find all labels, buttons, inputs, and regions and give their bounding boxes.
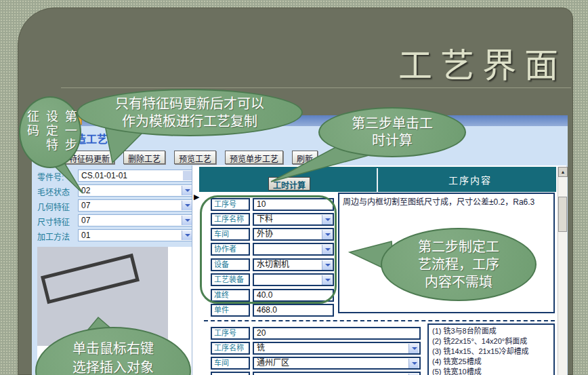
blank-state-select[interactable]: 02 bbox=[78, 184, 193, 197]
chevron-down-icon[interactable] bbox=[182, 216, 192, 225]
callout-text: 只有特征码更新后才可以 bbox=[115, 95, 264, 113]
partner-label-2 bbox=[211, 372, 250, 375]
content-line: (1) 铣3与8台阶面成 bbox=[432, 326, 550, 336]
machining-method-label: 加工方法 bbox=[37, 231, 70, 242]
callout-step1-text: 第一步设定特征码 bbox=[22, 110, 79, 155]
op-name-value-2: 铣 bbox=[257, 343, 265, 353]
part-no-value: CS.01-01-01 bbox=[81, 171, 127, 180]
chevron-down-icon[interactable] bbox=[408, 359, 419, 368]
blank-state-value: 02 bbox=[81, 186, 90, 195]
part-no-input[interactable]: CS.01-01-01 bbox=[78, 170, 193, 182]
machining-method-value: 01 bbox=[81, 231, 90, 240]
content-line: (5) 铣宽10槽成 bbox=[432, 367, 550, 375]
row-marker-icon: ▶ bbox=[194, 193, 199, 201]
header-divider bbox=[377, 168, 378, 193]
toolbar: 特征码更新 删除工艺 预览工艺 预览单步工艺 刷新 bbox=[64, 151, 318, 164]
op-no-label-2: 工序号 bbox=[211, 327, 250, 340]
input-scroll-block bbox=[183, 171, 192, 180]
callout-text: 艺流程，工序 bbox=[418, 256, 499, 273]
workshop-label-2: 车间 bbox=[211, 357, 250, 370]
callout-text: 选择插入对象 bbox=[72, 358, 154, 375]
preview-step-button[interactable]: 预览单步工艺 bbox=[225, 151, 283, 164]
size-feature-select[interactable]: 07 bbox=[78, 214, 193, 226]
size-feature-label: 尺寸特征 bbox=[37, 216, 70, 227]
slide: 工艺界面 艺系统 制造工艺流 特征码更新 删除工艺 预览工艺 预览单步工艺 刷新… bbox=[0, 0, 588, 375]
highlight-ring bbox=[200, 195, 337, 304]
callout-step1: 第一步设定特征码 bbox=[19, 96, 81, 168]
geometry-feature-value: 07 bbox=[81, 201, 90, 210]
callout-step2: 第二步制定工 艺流程，工序 内容不需填 bbox=[381, 228, 537, 301]
machining-method-select[interactable]: 01 bbox=[78, 229, 193, 241]
callout-text: 第二步制定工 bbox=[418, 238, 499, 256]
callout-text: 单击鼠标右键 bbox=[72, 339, 154, 358]
page-title: 工艺界面 bbox=[398, 38, 566, 87]
callout-text: 作为模板进行工艺复制 bbox=[122, 113, 257, 130]
chevron-down-icon[interactable] bbox=[408, 344, 419, 353]
chevron-down-icon[interactable] bbox=[182, 186, 192, 195]
geometry-feature-select[interactable]: 07 bbox=[78, 199, 193, 212]
scrollbar[interactable]: ▲ bbox=[558, 167, 567, 375]
geometry-feature-label: 几何特征 bbox=[37, 201, 70, 212]
delete-process-button[interactable]: 删除工艺 bbox=[123, 151, 165, 164]
workshop-value-2: 通州厂区 bbox=[257, 358, 289, 368]
callout-text: 第三步单击工 bbox=[352, 115, 433, 132]
part-outline-shape bbox=[41, 254, 140, 304]
content-line: (2) 铣22x15°、14x20°斜面成 bbox=[432, 336, 550, 347]
section-separator bbox=[204, 320, 555, 321]
refresh-button[interactable]: 刷新 bbox=[292, 151, 318, 164]
blank-state-label: 毛坯状态 bbox=[37, 186, 70, 197]
unit-time-label: 单件 bbox=[211, 304, 250, 317]
unit-time-value: 468.0 bbox=[257, 305, 277, 315]
title-divider bbox=[61, 87, 571, 88]
callout-step3: 第三步单击工 时计算 bbox=[318, 107, 466, 157]
work-hours-calc-button[interactable]: 工时计算 bbox=[268, 177, 310, 191]
callout-text: 内容不需填 bbox=[425, 273, 492, 291]
op-content-box-2[interactable]: (1) 铣3与8台阶面成 (2) 铣22x15°、14x20°斜面成 (3) 铣… bbox=[427, 323, 555, 375]
workshop-select-2[interactable]: 通州厂区 bbox=[253, 357, 421, 370]
process-panel-header: 工时计算 工序内容 bbox=[199, 167, 556, 192]
op-no-input-2[interactable]: 20 bbox=[253, 327, 421, 340]
scroll-up-icon[interactable]: ▲ bbox=[558, 167, 568, 177]
unit-time-input[interactable]: 468.0 bbox=[253, 304, 334, 317]
callout-text: 时计算 bbox=[372, 132, 413, 149]
op-name-select-2[interactable]: 铣 bbox=[253, 342, 421, 355]
scrollbar-thumb[interactable] bbox=[558, 197, 567, 232]
size-feature-value: 07 bbox=[81, 216, 90, 225]
content-line: (4) 铣宽25槽成 bbox=[432, 357, 550, 367]
part-no-label: 零件号: bbox=[37, 171, 64, 182]
content-column-header: 工序内容 bbox=[389, 173, 551, 186]
op-name-label-2: 工序名称 bbox=[211, 342, 250, 355]
partner-select-2[interactable] bbox=[253, 372, 421, 375]
preview-process-button[interactable]: 预览工艺 bbox=[174, 151, 216, 164]
callout-template-note: 只有特征码更新后才可以 作为模板进行工艺复制 bbox=[77, 89, 303, 136]
chevron-down-icon[interactable] bbox=[182, 231, 192, 240]
content-line: (3) 铣14x15、21x15冷却槽成 bbox=[432, 347, 550, 357]
chevron-down-icon[interactable] bbox=[182, 201, 192, 210]
op-no-value-2: 20 bbox=[257, 328, 266, 338]
